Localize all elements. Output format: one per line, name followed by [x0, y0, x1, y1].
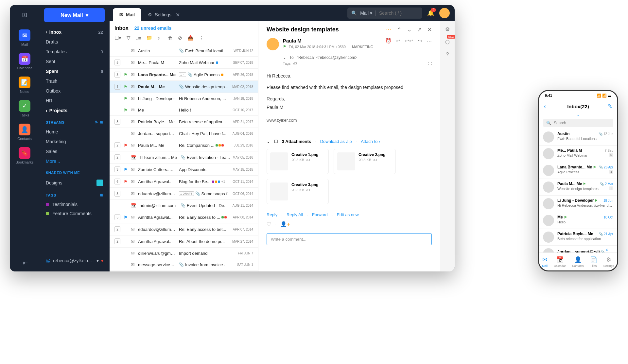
- stream-home[interactable]: Home: [39, 127, 110, 137]
- email-row[interactable]: 2 ✉ eduardov@zillum.c... Re: Early acces…: [110, 223, 258, 235]
- mobile-email-row[interactable]: Me... Paula M 7 Sep Zoho Mail Webinar 5: [539, 146, 617, 162]
- close-icon[interactable]: ✕: [427, 26, 432, 33]
- tag-testimonials[interactable]: Testimonials: [39, 200, 110, 209]
- mobile-email-row[interactable]: Lana Bryante... Me ⚑ 📎26 Apr Agile Proce…: [539, 162, 617, 179]
- folder-drafts[interactable]: Drafts: [39, 37, 110, 47]
- reply-all-icon[interactable]: ↩↩: [405, 38, 413, 50]
- attachment-card[interactable]: Creative 2.png20.3 KB 🏷: [334, 149, 396, 174]
- nav-mail[interactable]: ✉Mail: [13, 26, 36, 50]
- stream-marketing[interactable]: Marketing: [39, 137, 110, 147]
- mobile-email-row[interactable]: Austin 📎12 Jun Fwd: Beautiful Locations: [539, 129, 617, 146]
- mobile-tab-files[interactable]: 📄Files: [590, 256, 597, 268]
- nav-tasks[interactable]: ✓Tasks: [13, 97, 36, 120]
- email-row[interactable]: 📅 admin@zillum.com 📎 Event Updated - De.…: [110, 200, 258, 211]
- tag-feature-comments[interactable]: Feature Comments: [39, 209, 110, 218]
- stream-sales[interactable]: Sales: [39, 147, 110, 156]
- attachment-card[interactable]: Creative 1.png20.3 KB 🏷: [267, 149, 329, 174]
- collapse-sidebar-icon[interactable]: ⇤: [23, 259, 28, 267]
- like-icon[interactable]: ♡: [267, 221, 271, 227]
- email-row[interactable]: 5 ⚑ ✉ Amritha Agrawal... Re: Early acces…: [110, 211, 258, 223]
- collapse-up-icon[interactable]: ⌃: [397, 26, 401, 33]
- shared-designs[interactable]: Designs: [39, 177, 110, 188]
- reply-icon[interactable]: ↩: [396, 38, 400, 50]
- attach-to-link[interactable]: Attach to ›: [361, 139, 380, 144]
- expand-to-icon[interactable]: ⌄: [283, 55, 286, 60]
- folder-inbox[interactable]: ›Inbox22: [39, 27, 110, 37]
- conversation-icon[interactable]: ⋯: [386, 26, 391, 33]
- mobile-email-row[interactable]: Li Jung - Developer ⚑ 18 Jun Hi Rebecca …: [539, 196, 617, 212]
- delete-icon[interactable]: 🗑: [168, 35, 173, 41]
- notifications-icon[interactable]: 🔔2: [427, 9, 434, 17]
- unread-count[interactable]: 22 unread emails: [134, 26, 172, 31]
- mobile-email-row[interactable]: Paula M... Me ⚑ 📎2 Mar Website design te…: [539, 179, 617, 196]
- mobile-email-row[interactable]: Jordan... support@zylker 📎4 Aug Chat: He…: [539, 246, 617, 252]
- settings-icon[interactable]: ⚙: [445, 26, 450, 32]
- nav-bookmarks[interactable]: 🔖Bookmarks: [13, 144, 36, 167]
- mobile-tab-calendar[interactable]: 📅Calendar: [554, 256, 566, 268]
- folder-sent[interactable]: Sent: [39, 57, 110, 66]
- add-tag-icon[interactable]: 🏷: [293, 61, 297, 65]
- reminder-icon[interactable]: ⏰: [385, 38, 392, 50]
- spam-icon[interactable]: ⊘: [178, 35, 182, 41]
- email-row[interactable]: ✉ Austin 📎 Fwd: Beautiful locati... WED …: [110, 45, 258, 57]
- mobile-tab-contacts[interactable]: 👤Contacts: [572, 256, 584, 268]
- new-mail-button[interactable]: New Mail▾: [44, 8, 105, 22]
- archive-icon[interactable]: 📥: [187, 35, 194, 41]
- email-row[interactable]: ✉ noreply@zoho.com Zoho MAIL :: Mail For…: [110, 270, 258, 271]
- folder-hr[interactable]: HR: [39, 96, 110, 106]
- search-box[interactable]: 🔍 Mail ▾: [347, 8, 422, 19]
- select-all-checkbox[interactable]: ☐▾: [114, 35, 121, 41]
- mobile-tab-mail[interactable]: ✉Mail: [542, 256, 548, 268]
- nav-calendar[interactable]: 📅Calendar: [13, 50, 36, 73]
- compose-icon[interactable]: ✎: [607, 103, 612, 110]
- email-row[interactable]: 2 ⚑ ✉ Paula M... Me Re. Comparison ... J…: [110, 139, 258, 151]
- email-row[interactable]: 3 ✉ Patricia Boyle... Me Beta release of…: [110, 116, 258, 128]
- more-icon[interactable]: ⋯: [427, 38, 432, 50]
- search-input[interactable]: [379, 10, 418, 16]
- add-person-icon[interactable]: 👤+: [280, 221, 290, 227]
- tag-icon[interactable]: 🏷: [158, 35, 163, 41]
- email-row[interactable]: 2 ✉ Amritha Agrawal... Re: About the dem…: [110, 235, 258, 248]
- comment-input[interactable]: Write a comment...: [267, 233, 432, 245]
- close-tab-icon[interactable]: ✕: [176, 12, 180, 18]
- tab-mail[interactable]: ✉Mail: [113, 8, 141, 21]
- attachment-card[interactable]: Creative 3.png20.3 KB 🏷: [267, 179, 329, 204]
- flag-icon[interactable]: ⚑: [283, 44, 286, 49]
- email-row[interactable]: 1 ⚑ ✉ Paula M... Me 📎 Website design tem…: [110, 81, 258, 93]
- nav-notes[interactable]: 📝Notes: [13, 73, 36, 97]
- folder-trash[interactable]: Trash: [39, 76, 110, 86]
- folder-projects[interactable]: ›Projects: [39, 106, 110, 115]
- profile-avatar[interactable]: [439, 8, 450, 18]
- folder-icon[interactable]: 📁: [146, 35, 152, 41]
- back-icon[interactable]: ‹: [544, 103, 546, 110]
- mobile-tab-settings[interactable]: ⚙Settings: [603, 256, 614, 268]
- stream-more[interactable]: More ..: [39, 156, 110, 166]
- more-icon[interactable]: ⋮: [199, 35, 204, 41]
- tab-settings[interactable]: ⚙Settings✕: [141, 8, 186, 21]
- folder-spam[interactable]: Spam6: [39, 66, 110, 76]
- share-icon[interactable]: ⛶: [428, 61, 432, 65]
- email-row[interactable]: 3 ⚑ ✉ Zombie Cutters... le... App Discou…: [110, 164, 258, 176]
- checkbox[interactable]: ☐: [274, 139, 278, 144]
- email-row[interactable]: 3 ⚑ ✉ Lana Bryante... Me 1⫠ 📎 Agile Proc…: [110, 69, 258, 81]
- email-row[interactable]: 5 ✉ Me... Paula M Zoho Mail Webinar SEP …: [110, 57, 258, 69]
- folder-outbox[interactable]: Outbox: [39, 86, 110, 96]
- sort-icon[interactable]: ↓≡: [136, 35, 141, 41]
- extension-icon[interactable]: ⬡: [445, 39, 450, 45]
- apps-grid-icon[interactable]: ⊞: [18, 8, 31, 21]
- forward-link[interactable]: Forward: [312, 212, 328, 217]
- email-row[interactable]: 6 ⚑ ✉ Amritha Agrawal... Blog for the Be…: [110, 176, 258, 188]
- nav-contacts[interactable]: 👤Contacts: [13, 120, 36, 144]
- email-row[interactable]: ⚑ ✉ Li Jung - Developer Hi Rebecca Ander…: [110, 93, 258, 104]
- mobile-email-row[interactable]: Patricia Boyle... Me 📎21 Apr Beta releas…: [539, 229, 617, 246]
- email-row[interactable]: ⚑ ✉ Me Hello ! OCT 10, 2017: [110, 104, 258, 116]
- expand-attachments-icon[interactable]: ⌄: [267, 139, 270, 144]
- folder-templates[interactable]: Templates3: [39, 47, 110, 57]
- email-row[interactable]: 3 ✉ eduardov@zillum.c... 1 DRAFT 📎 Some …: [110, 188, 258, 200]
- filter-icon[interactable]: ▽: [127, 35, 131, 41]
- expand-down-icon[interactable]: ⌄: [407, 26, 411, 33]
- email-row[interactable]: ✉ Jordan... support@z... Chat : Hey Pat,…: [110, 128, 258, 139]
- reply-link[interactable]: Reply: [267, 212, 277, 217]
- mobile-search[interactable]: 🔍 Search: [543, 119, 613, 127]
- sort-icon[interactable]: ⇅: [95, 120, 98, 124]
